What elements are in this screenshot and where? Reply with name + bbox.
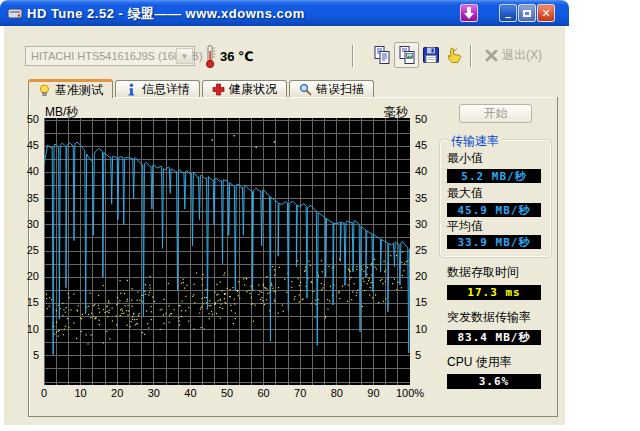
magnifier-icon: [299, 83, 312, 96]
exit-label: 退出(X): [502, 47, 542, 64]
axis-tick: 10: [74, 387, 86, 399]
copy-text-icon: [372, 45, 392, 65]
axis-tick: 10: [415, 323, 445, 335]
down-arrow-icon: [464, 7, 474, 19]
axis-tick: 20: [12, 270, 39, 282]
tab-bar: 基准测试 信息详情 健康状况 错误扫描: [28, 79, 376, 98]
axis-tick: 30: [148, 387, 160, 399]
app-icon: [7, 5, 23, 21]
access-time-label: 数据存取时间: [447, 264, 519, 281]
axis-tick: 20: [111, 387, 123, 399]
info-icon: [125, 83, 138, 96]
thermometer-icon: [204, 44, 217, 69]
copy-screenshot-button[interactable]: [394, 42, 419, 68]
options-button[interactable]: [442, 42, 467, 68]
axis-tick: 50: [12, 113, 39, 125]
axis-tick: 30: [12, 218, 39, 230]
tab-benchmark[interactable]: 基准测试: [28, 79, 113, 98]
download-button[interactable]: [460, 4, 478, 22]
axis-tick: 25: [12, 244, 39, 256]
access-time-display: 17.3 ms: [447, 285, 541, 300]
axis-tick: 0: [41, 387, 47, 399]
window-title: HD Tune 2.52 - 绿盟—— www.xdowns.com: [27, 5, 305, 23]
exit-button[interactable]: 退出(X): [485, 47, 542, 64]
axis-tick: 15: [415, 296, 445, 308]
axis-tick: 40: [12, 165, 39, 177]
axis-tick: 5: [415, 349, 445, 361]
start-button[interactable]: 开始: [459, 104, 532, 123]
max-value-label: 最大值: [447, 185, 483, 202]
maximize-button[interactable]: [518, 4, 536, 22]
axis-tick: 90: [367, 387, 379, 399]
options-hand-icon: [445, 45, 465, 65]
axis-tick: 40: [184, 387, 196, 399]
close-icon: ✕: [541, 8, 550, 19]
temperature-value: 36 ℃: [220, 49, 254, 64]
toolbar-separator: [352, 45, 354, 67]
axis-tick: 45: [12, 139, 39, 151]
axis-tick: 20: [415, 270, 445, 282]
hdtune-window: HD Tune 2.52 - 绿盟—— www.xdowns.com – ✕ H…: [0, 0, 569, 430]
axis-tick: 60: [257, 387, 269, 399]
burst-rate-label: 突发数据传输率: [447, 309, 531, 326]
exit-x-icon: [485, 49, 498, 62]
health-cross-icon: [212, 83, 225, 96]
lightbulb-icon: [38, 84, 51, 97]
minimize-button[interactable]: –: [499, 4, 517, 22]
title-bar[interactable]: HD Tune 2.52 - 绿盟—— www.xdowns.com – ✕: [0, 0, 569, 26]
drive-select[interactable]: HITACHI HTS541616J9S (160 GB) ▼: [25, 46, 195, 66]
axis-tick: 70: [294, 387, 306, 399]
axis-tick: 50: [221, 387, 233, 399]
tab-error-scan[interactable]: 错误扫描: [289, 80, 374, 98]
min-value-display: 5.2 MB/秒: [447, 169, 541, 183]
axis-tick: 15: [12, 296, 39, 308]
copy-screenshot-icon: [397, 45, 417, 65]
save-icon: [421, 45, 441, 65]
cpu-usage-display: 3.6%: [447, 374, 541, 389]
axis-tick: 100%: [396, 387, 424, 399]
minimize-icon: –: [505, 12, 511, 23]
desktop: HD Tune 2.52 - 绿盟—— www.xdowns.com – ✕ H…: [0, 0, 640, 431]
tab-info[interactable]: 信息详情: [115, 80, 200, 98]
burst-rate-display: 83.4 MB/秒: [447, 330, 541, 345]
axis-tick: 10: [12, 323, 39, 335]
max-value-display: 45.9 MB/秒: [447, 203, 541, 217]
toolbar-separator: [470, 45, 472, 67]
min-value-label: 最小值: [447, 150, 483, 167]
close-button[interactable]: ✕: [537, 4, 555, 22]
chevron-down-icon[interactable]: ▼: [176, 48, 193, 64]
save-screenshot-button[interactable]: [418, 42, 443, 68]
copy-text-button[interactable]: [369, 42, 394, 68]
axis-tick: 80: [331, 387, 343, 399]
avg-value-display: 33.9 MB/秒: [447, 235, 541, 249]
cpu-usage-label: CPU 使用率: [447, 354, 512, 371]
tab-health[interactable]: 健康状况: [202, 80, 287, 98]
axis-tick: 50: [415, 113, 445, 125]
axis-tick: 5: [12, 349, 39, 361]
maximize-icon: [523, 10, 531, 17]
benchmark-plot: [44, 118, 410, 385]
axis-tick: 35: [12, 192, 39, 204]
transfer-rate-group-title: 传输速率: [448, 133, 502, 150]
avg-value-label: 平均值: [447, 218, 483, 235]
